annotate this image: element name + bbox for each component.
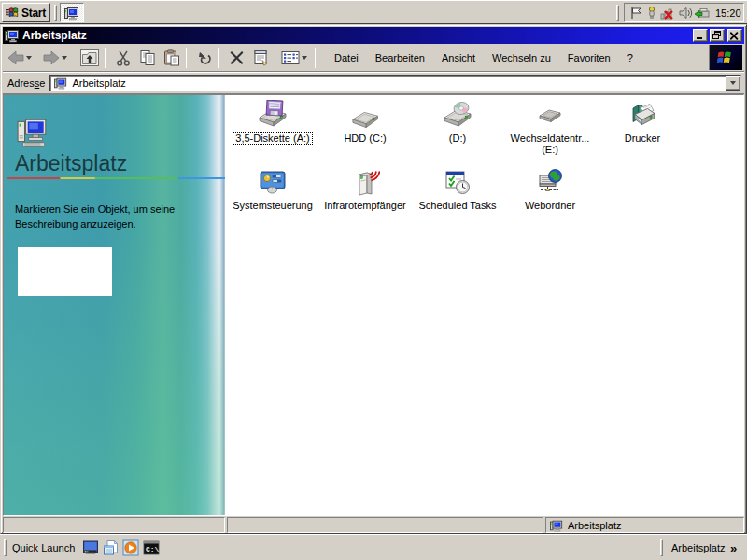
icon-floppy-a[interactable]: 3,5-Diskette (A:) (227, 100, 318, 144)
icon-drucker[interactable]: Drucker (597, 100, 688, 144)
start-button-label: Start (21, 7, 46, 20)
icon-infrarotempfaenger[interactable]: Infrarotempfänger (319, 167, 411, 211)
menu-bearbeiten[interactable]: Bearbeiten (367, 49, 433, 66)
copy-button[interactable] (136, 46, 159, 70)
paste-icon (162, 49, 181, 67)
toolbar-separator (315, 48, 316, 68)
views-button[interactable] (278, 46, 312, 70)
address-label: Adresse (7, 77, 45, 89)
print-queue-icon[interactable] (694, 6, 711, 21)
command-prompt-icon[interactable] (143, 539, 160, 556)
copy-icon (138, 49, 157, 67)
views-dropdown-icon[interactable] (302, 56, 307, 60)
system-tray: 15:20 (624, 3, 744, 22)
status-segment-right: Arbeitsplatz (545, 517, 744, 533)
icon-systemsteuerung[interactable]: Systemsteuerung (227, 167, 318, 211)
status-bar: Arbeitsplatz (3, 517, 744, 533)
minimize-icon (696, 31, 705, 40)
quick-launch-grip[interactable] (4, 539, 7, 556)
window-titlebar[interactable]: Arbeitsplatz (3, 27, 744, 44)
icon-label: HDD (C:) (342, 133, 388, 144)
menu-wechseln-zu[interactable]: Wechseln zu (484, 49, 559, 66)
show-desktop-icon[interactable] (82, 539, 99, 556)
up-button[interactable] (78, 46, 102, 70)
media-player-icon[interactable] (122, 539, 139, 556)
status-segment-left (3, 517, 225, 533)
webview-description: Markieren Sie ein Objekt, um seine Besch… (15, 202, 188, 231)
infrared-icon (350, 167, 380, 197)
dropdown-arrow-icon (730, 81, 736, 85)
cd-drive-icon (443, 100, 472, 130)
tray-clock: 15:20 (715, 7, 741, 19)
icon-scheduled-tasks[interactable]: Scheduled Tasks (412, 167, 503, 211)
plug-icon[interactable] (644, 6, 659, 21)
removable-drive-icon (535, 100, 565, 130)
paste-button[interactable] (161, 46, 183, 70)
address-bar: Adresse Arbeitsplatz (3, 73, 744, 94)
up-folder-icon (79, 48, 100, 68)
my-computer-icon (53, 77, 68, 90)
toolbar-separator (275, 48, 275, 68)
icon-label: Infrarotempfänger (322, 200, 407, 211)
tray-grip[interactable] (616, 5, 619, 21)
address-value: Arbeitsplatz (72, 77, 125, 89)
taskbar-grip[interactable] (54, 5, 57, 21)
icon-label: Webordner (523, 200, 577, 211)
icon-label: Drucker (623, 133, 663, 144)
icon-webordner[interactable]: Webordner (504, 167, 596, 211)
menu-hilfe[interactable]: ? (619, 49, 641, 66)
start-button[interactable]: Start (2, 3, 50, 22)
taskbar-window-button[interactable] (60, 3, 84, 22)
folder-content: Arbeitsplatz Markieren Sie ein Objekt, u… (3, 94, 744, 516)
forward-icon (42, 49, 61, 67)
forward-dropdown-icon[interactable] (62, 56, 67, 60)
undo-icon (195, 49, 214, 67)
delete-button[interactable] (225, 46, 247, 70)
menu-bar: Datei Bearbeiten Ansicht Wechseln zu Fav… (326, 49, 641, 66)
my-computer-icon (17, 116, 49, 147)
printers-icon (627, 100, 657, 130)
properties-button[interactable] (249, 46, 272, 70)
forward-button[interactable] (40, 46, 72, 70)
toolbar: Datei Bearbeiten Ansicht Wechseln zu Fav… (3, 44, 744, 72)
network-offline-icon[interactable] (660, 6, 677, 21)
webview-divider (7, 177, 225, 179)
my-computer-icon (549, 519, 564, 532)
back-button[interactable] (5, 46, 36, 70)
address-combobox[interactable]: Arbeitsplatz (49, 75, 741, 91)
status-segment-middle (227, 517, 543, 533)
menu-favoriten[interactable]: Favoriten (559, 49, 619, 66)
cut-icon (114, 49, 133, 67)
flag-icon[interactable] (628, 6, 643, 21)
documents-icon[interactable] (103, 539, 120, 556)
volume-icon[interactable] (678, 6, 693, 21)
scheduled-tasks-icon (443, 167, 472, 197)
control-panel-icon (258, 167, 288, 197)
close-button[interactable] (727, 29, 742, 42)
floppy-drive-icon (258, 100, 288, 130)
menu-datei[interactable]: Datei (326, 49, 367, 66)
icon-hdd-c[interactable]: HDD (C:) (319, 100, 411, 144)
toolbar-separator (218, 48, 219, 68)
icon-cd-d[interactable]: (D:) (412, 100, 503, 144)
chevron-expand-icon[interactable]: » (730, 541, 737, 555)
webview-preview-box (18, 247, 112, 296)
restore-icon (712, 31, 722, 40)
webview-title: Arbeitsplatz (15, 151, 127, 176)
quick-launch-label: Quick Launch (12, 542, 75, 553)
icon-label: Wechseldatentr... (E:) (509, 133, 592, 155)
icon-removable-e[interactable]: Wechseldatentr... (E:) (504, 100, 596, 155)
menu-ansicht[interactable]: Ansicht (433, 49, 484, 66)
icon-label: 3,5-Diskette (A:) (233, 133, 311, 144)
desktop-toolbar-grip[interactable] (660, 539, 663, 556)
desktop-toolbar-label: Arbeitsplatz (671, 542, 725, 553)
minimize-button[interactable] (693, 29, 708, 42)
back-dropdown-icon[interactable] (26, 56, 32, 60)
undo-button[interactable] (193, 46, 216, 70)
address-dropdown-button[interactable] (726, 76, 740, 91)
cut-button[interactable] (112, 46, 134, 70)
icon-label: Systemsteuerung (231, 200, 315, 211)
my-computer-icon[interactable] (5, 28, 20, 43)
hard-drive-icon (350, 100, 380, 130)
restore-button[interactable] (710, 29, 725, 42)
